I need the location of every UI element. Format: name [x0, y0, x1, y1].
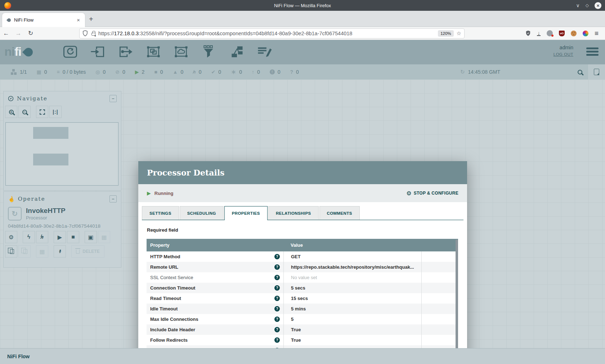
window-title: NiFi Flow — Mozilla Firefox	[0, 3, 605, 8]
logout-link[interactable]: LOG OUT	[554, 52, 573, 56]
copy-button[interactable]	[5, 245, 17, 258]
page-zoom-badge[interactable]: 120%	[438, 30, 453, 37]
refresh-icon[interactable]: ↻	[460, 69, 465, 75]
property-row: Read Timeout?15 secs	[147, 293, 458, 304]
browser-menu-icon[interactable]: ≡	[595, 29, 599, 37]
help-icon[interactable]: ?	[274, 337, 280, 343]
status-locally-modified-versioned: ∗0	[231, 68, 242, 76]
processor-details-dialog: Processor Details ▶ Running ⚙ STOP & CON…	[138, 161, 467, 364]
window-maximize-icon[interactable]: ◇	[586, 3, 589, 8]
tab-properties[interactable]: PROPERTIES	[224, 206, 268, 220]
help-icon[interactable]: ?	[274, 296, 280, 301]
trash-icon	[76, 250, 80, 254]
status-queued: ≡0 / 0 bytes	[57, 69, 86, 75]
new-tab-button[interactable]: +	[89, 15, 93, 23]
browser-navbar: ← → ↻ https://172.18.0.3:32558/nifi/?pro…	[0, 27, 605, 40]
tab-comments[interactable]: COMMENTS	[319, 206, 360, 220]
start-button[interactable]: ▶	[54, 231, 66, 243]
operate-collapse-button[interactable]: −	[109, 195, 117, 203]
help-icon[interactable]: ?	[274, 327, 280, 332]
protections-shield-icon[interactable]	[525, 30, 531, 36]
shield-permissions-icon[interactable]	[82, 30, 88, 36]
nifi-header: nifi admin LOG OUT	[0, 40, 605, 64]
navigate-collapse-button[interactable]: −	[109, 95, 117, 102]
status-disabled-components: ϟ0	[193, 69, 201, 75]
dialog-tabs: SETTINGSSCHEDULINGPROPERTIESRELATIONSHIP…	[142, 206, 463, 220]
cookie-extension-icon[interactable]	[571, 31, 577, 36]
window-close-icon[interactable]: ×	[595, 2, 601, 9]
birdseye-minimap[interactable]	[5, 122, 118, 186]
help-icon[interactable]: ?	[274, 285, 280, 291]
download-icon[interactable]: ↓	[537, 31, 541, 36]
zoom-out-button[interactable]: −	[18, 106, 31, 118]
lock-icon[interactable]	[91, 33, 95, 36]
flow-status-bar: 1/1▦0≡0 / 0 bytes◎0⊘0▶2■0▲0ϟ0✔0∗0↑0!0?0 …	[0, 64, 605, 79]
enable-button[interactable]: ϟ	[23, 231, 35, 243]
stop-and-configure-button[interactable]: ⚙ STOP & CONFIGURE	[406, 190, 458, 197]
selected-component-id: 04b8fd14-80a9-30e2-8b1a-7cf067544018	[4, 220, 121, 229]
selected-component-name: InvokeHTTP	[26, 207, 66, 214]
help-icon[interactable]: ?	[274, 264, 280, 270]
input-port-icon[interactable]	[90, 44, 106, 60]
url-bar[interactable]: https://172.18.0.3:32558/nifi/?processGr…	[79, 28, 465, 38]
help-icon[interactable]: ?	[274, 254, 280, 259]
help-icon[interactable]: ?	[274, 306, 280, 311]
change-color-button[interactable]: ✒	[54, 245, 66, 258]
tab-scheduling[interactable]: SCHEDULING	[180, 206, 224, 220]
property-value: True	[283, 335, 422, 345]
account-mask-extension-icon[interactable]	[547, 30, 553, 36]
status-stopped-components: ■0	[154, 69, 163, 75]
funnel-icon[interactable]	[201, 44, 217, 60]
template-icon[interactable]	[228, 44, 245, 60]
bookmark-star-icon[interactable]: ☆	[457, 30, 461, 37]
property-name: HTTP Method	[150, 254, 180, 259]
zoom-actual-button[interactable]: |:|	[49, 106, 62, 118]
remote-process-group-icon[interactable]	[173, 44, 189, 60]
breadcrumb-bar: NiFi Flow	[0, 348, 605, 364]
zoom-fit-button[interactable]	[36, 106, 48, 118]
disable-button[interactable]: ϟ	[36, 231, 48, 243]
column-header-property: Property	[147, 242, 283, 248]
current-user: admin	[554, 45, 573, 50]
required-field-note: Required field	[147, 227, 178, 233]
table-scrollbar[interactable]	[456, 240, 458, 364]
tab-title: NiFi Flow	[14, 17, 75, 23]
browser-tab[interactable]: NiFi Flow ×	[2, 13, 85, 27]
configure-button[interactable]: ⚙	[5, 231, 17, 243]
property-value: GET	[283, 251, 422, 262]
component-toolbar	[62, 44, 273, 60]
process-group-icon[interactable]	[145, 44, 162, 60]
navigate-title: Navigate	[17, 95, 109, 102]
stop-button[interactable]: ■	[67, 231, 79, 243]
tab-close-icon[interactable]: ×	[75, 17, 81, 23]
save-flow-version-button[interactable]: ▣	[85, 231, 97, 243]
forward-icon[interactable]: →	[12, 30, 24, 37]
ublock-extension-icon[interactable]: uO	[559, 31, 565, 36]
label-icon[interactable]	[256, 44, 273, 60]
bulletin-board-button[interactable]	[588, 64, 605, 79]
output-port-icon[interactable]	[117, 44, 134, 60]
status-locally-modified-stale-versioned: !0	[270, 69, 281, 75]
property-name: Follow Redirects	[150, 337, 188, 343]
processor-icon[interactable]	[62, 44, 79, 60]
table-rows: HTTP Method?GETRemote URL?https://repo.s…	[147, 251, 458, 364]
breadcrumb[interactable]: NiFi Flow	[7, 354, 30, 359]
help-icon[interactable]: ?	[274, 317, 280, 322]
reload-icon[interactable]: ↻	[24, 29, 37, 37]
color-wheel-extension-icon[interactable]	[583, 31, 588, 36]
tab-relationships[interactable]: RELATIONSHIPS	[268, 206, 319, 220]
zoom-in-button[interactable]: +	[5, 106, 17, 118]
back-icon[interactable]: ←	[0, 30, 12, 37]
window-minimize-icon[interactable]: ∨	[576, 3, 580, 8]
properties-table: Property Value HTTP Method?GETRemote URL…	[147, 239, 458, 364]
property-name: Read Timeout	[150, 296, 181, 301]
group-selection-button: ▦	[36, 245, 48, 258]
help-icon[interactable]: ?	[274, 275, 280, 280]
search-button[interactable]	[572, 64, 588, 79]
property-row: Follow Redirects?True	[147, 335, 458, 345]
property-row: SSL Context Service?No value set	[147, 272, 458, 283]
property-row: Idle Timeout?5 mins	[147, 304, 458, 314]
url-text: https://172.18.0.3:32558/nifi/?processGr…	[98, 31, 435, 36]
global-menu-icon[interactable]	[586, 47, 599, 57]
tab-settings[interactable]: SETTINGS	[142, 206, 179, 220]
